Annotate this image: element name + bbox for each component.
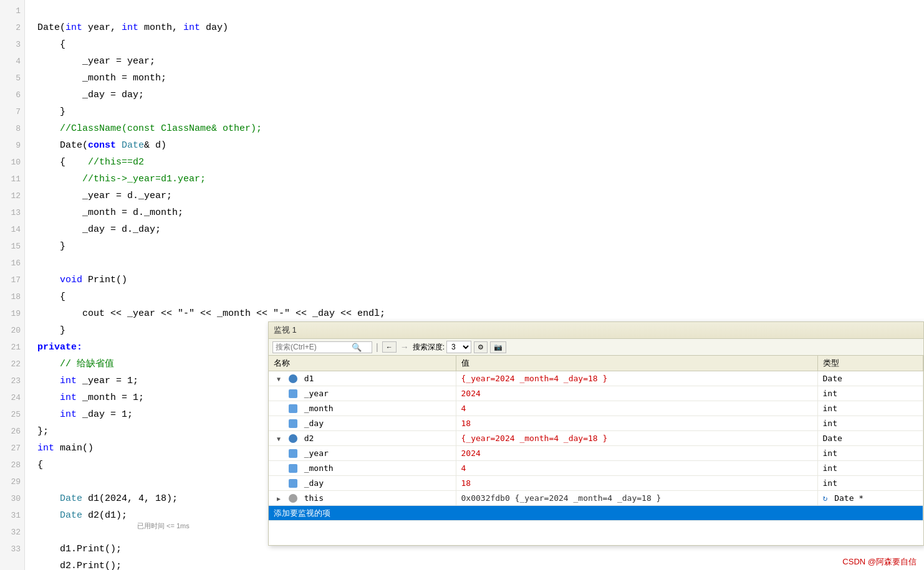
d2-month-type-cell: int xyxy=(817,461,923,476)
d1-day-name-cell[interactable]: _day xyxy=(269,416,456,431)
d2-year-type: int xyxy=(823,449,837,458)
d1-year-value: 2024 xyxy=(461,389,481,398)
d1-day-field-icon xyxy=(289,419,297,428)
this-type: Date * xyxy=(834,493,864,503)
add-watch-label[interactable]: 添加要监视的项 xyxy=(269,506,923,521)
line-8: Date(const Date& d) xyxy=(37,140,166,151)
table-row[interactable]: _day 18 int xyxy=(269,416,923,431)
d1-day-type: int xyxy=(823,419,837,428)
d2-month-name-cell[interactable]: _month xyxy=(269,461,456,476)
depth-control: 搜索深度: 3 1 2 4 5 xyxy=(413,341,471,353)
d2-name-cell[interactable]: ▼ d2 xyxy=(269,431,456,446)
d1-month-field-icon xyxy=(289,404,297,413)
this-obj-icon xyxy=(289,494,297,503)
d2-day-value: 18 xyxy=(461,478,471,488)
d1-name-cell[interactable]: ▼ d1 xyxy=(269,371,456,386)
d1-year-field-icon xyxy=(289,389,297,398)
line-29: Date d1(2024, 4, 18); xyxy=(37,493,178,504)
d2-day-name: _day xyxy=(304,478,324,488)
d1-type: Date xyxy=(823,374,842,383)
table-row[interactable]: _day 18 int xyxy=(269,476,923,491)
d2-day-name-cell[interactable]: _day xyxy=(269,476,456,491)
line-14: } xyxy=(37,241,65,252)
line-15 xyxy=(37,258,43,268)
d1-year-value-cell: 2024 xyxy=(456,386,817,401)
d2-name: d2 xyxy=(304,434,314,443)
line-23: int _month = 1; xyxy=(37,392,144,403)
this-name-cell[interactable]: ▶ this xyxy=(269,491,456,506)
time-badge: 已用时间 <= 1ms xyxy=(137,521,190,531)
this-value-cell: 0x0032fdb0 {_year=2024 _month=4 _day=18 … xyxy=(456,491,817,506)
line-28 xyxy=(37,477,43,487)
table-row[interactable]: _month 4 int xyxy=(269,401,923,416)
line-7: //ClassName(const ClassName& other); xyxy=(37,123,262,134)
settings-button[interactable]: ⚙ xyxy=(474,341,488,353)
search-box[interactable]: 🔍 xyxy=(272,341,372,353)
line-13: _day = d._day; xyxy=(37,224,161,235)
d1-month-name-cell[interactable]: _month xyxy=(269,401,456,416)
this-value: 0x0032fdb0 {_year=2024 _month=4 _day=18 … xyxy=(461,493,662,503)
d1-expand-icon[interactable]: ▼ xyxy=(274,376,284,382)
this-expand-icon[interactable]: ▶ xyxy=(274,495,284,502)
line-5: _day = day; xyxy=(37,90,144,100)
d1-month-type-cell: int xyxy=(817,401,923,416)
line-3: _year = year; xyxy=(37,56,155,67)
watch-data-table: 名称 值 类型 ▼ d1 {_year=2024 _month=4 _day=1… xyxy=(269,356,923,521)
line-6: } xyxy=(37,107,65,117)
line-26: int main() xyxy=(37,443,94,454)
d1-obj-icon xyxy=(289,374,297,383)
watch-toolbar: 🔍 | ← → 搜索深度: 3 1 2 4 5 ⚙ 📷 xyxy=(269,339,923,356)
d1-value-cell: {_year=2024 _month=4 _day=18 } xyxy=(456,371,817,386)
back-button[interactable]: ← xyxy=(382,341,397,353)
line-32: d1.Print(); xyxy=(37,544,122,554)
d2-year-name: _year xyxy=(304,449,329,458)
table-row[interactable]: ▼ d2 {_year=2024 _month=4 _day=18 } Date xyxy=(269,431,923,446)
d1-year-type: int xyxy=(823,389,837,398)
snapshot-button[interactable]: 📷 xyxy=(490,341,506,353)
search-icon[interactable]: 🔍 xyxy=(352,343,362,352)
line-20: private: xyxy=(37,342,82,353)
d2-year-name-cell[interactable]: _year xyxy=(269,446,456,461)
watch-window: 监视 1 🔍 | ← → 搜索深度: 3 1 2 4 5 ⚙ 📷 名 xyxy=(268,321,924,546)
d1-day-name: _day xyxy=(304,419,324,428)
d1-month-type: int xyxy=(823,404,837,413)
d2-month-type: int xyxy=(823,463,837,473)
d2-day-field-icon xyxy=(289,479,297,488)
line-19: } xyxy=(37,325,65,336)
d2-day-type-cell: int xyxy=(817,476,923,491)
d1-day-value-cell: 18 xyxy=(456,416,817,431)
d1-type-cell: Date xyxy=(817,371,923,386)
d2-year-value: 2024 xyxy=(461,449,481,458)
this-refresh-icon[interactable]: ↻ xyxy=(823,493,828,503)
line-10: //this->_year=d1.year; xyxy=(37,174,206,184)
d2-day-type: int xyxy=(823,478,837,488)
table-row[interactable]: ▶ this 0x0032fdb0 {_year=2024 _month=4 _… xyxy=(269,491,923,506)
d2-year-type-cell: int xyxy=(817,446,923,461)
col-name-header: 名称 xyxy=(269,356,456,371)
line-33: d2.Print(); xyxy=(37,561,122,570)
d1-year-name-cell[interactable]: _year xyxy=(269,386,456,401)
line-30: Date d2(d1); xyxy=(37,510,127,521)
line-11: _year = d._year; xyxy=(37,191,172,201)
col-value-header: 值 xyxy=(456,356,817,371)
search-input[interactable] xyxy=(276,343,350,351)
table-row[interactable]: ▼ d1 {_year=2024 _month=4 _day=18 } Date xyxy=(269,371,923,386)
line-2: { xyxy=(37,39,65,50)
this-name: this xyxy=(304,493,324,503)
table-row[interactable]: _year 2024 int xyxy=(269,446,923,461)
table-row[interactable]: _month 4 int xyxy=(269,461,923,476)
d2-type: Date xyxy=(823,434,842,443)
line-18: cout << _year << "-" << _month << "-" <<… xyxy=(37,308,385,319)
line-12: _month = d._month; xyxy=(37,207,183,218)
depth-select[interactable]: 3 1 2 4 5 xyxy=(446,341,471,353)
d1-day-type-cell: int xyxy=(817,416,923,431)
d1-month-value-cell: 4 xyxy=(456,401,817,416)
d1-year-type-cell: int xyxy=(817,386,923,401)
d2-expand-icon[interactable]: ▼ xyxy=(274,435,284,442)
d2-value: {_year=2024 _month=4 _day=18 } xyxy=(461,434,608,443)
table-row[interactable]: _year 2024 int xyxy=(269,386,923,401)
d2-month-value: 4 xyxy=(461,463,466,473)
add-watch-row[interactable]: 添加要监视的项 xyxy=(269,506,923,521)
watch-title: 监视 1 xyxy=(274,325,297,336)
d2-type-cell: Date xyxy=(817,431,923,446)
